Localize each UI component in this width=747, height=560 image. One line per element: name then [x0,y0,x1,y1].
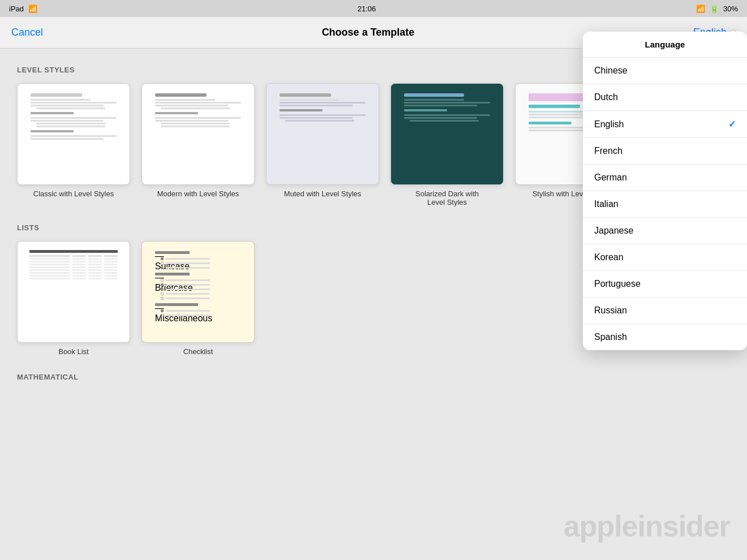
device-label: iPad [9,5,24,13]
template-thumb-checklist: — Suitcase — Briefcase [141,241,255,343]
battery-percent: 30% [723,5,738,13]
language-item-spanish[interactable]: Spanish [583,324,747,350]
template-classic-level[interactable]: Classic with Level Styles [17,83,130,206]
template-muted-level[interactable]: Muted with Level Styles [266,83,379,206]
template-thumb-solarized [390,83,504,185]
dropdown-header: Language [583,32,747,58]
template-solarized-dark[interactable]: Solarized Dark withLevel Styles [390,83,504,206]
battery-icon: 🔋 [710,5,719,13]
language-label-japanese: Japanese [594,226,633,236]
language-item-french[interactable]: French [583,138,747,165]
selected-checkmark: ✓ [728,119,736,130]
template-label-solarized: Solarized Dark withLevel Styles [415,189,479,206]
language-item-russian[interactable]: Russian [583,298,747,324]
template-label-muted: Muted with Level Styles [284,189,362,198]
status-time: 21:06 [358,5,376,13]
template-thumb-classic [17,83,130,185]
bluetooth-icon: 📶 [696,5,705,13]
language-label-spanish: Spanish [594,332,627,342]
language-item-portuguese[interactable]: Portuguese [583,271,747,298]
status-right: 📶 🔋 30% [696,5,738,13]
language-label-italian: Italian [594,199,619,209]
cancel-button[interactable]: Cancel [11,27,43,38]
template-label-book: Book List [58,347,88,356]
language-label-dutch: Dutch [594,92,618,102]
language-label-russian: Russian [594,305,627,316]
status-left: iPad 📶 [9,5,37,13]
template-thumb-modern [141,83,255,185]
language-label-portuguese: Portuguese [594,279,641,289]
template-thumb-muted [266,83,379,185]
language-label-chinese: Chinese [594,66,628,76]
language-item-japanese[interactable]: Japanese [583,218,747,244]
language-item-korean[interactable]: Korean [583,244,747,271]
language-label-german: German [594,173,627,183]
language-dropdown[interactable]: Language Chinese Dutch English ✓ French … [583,32,747,350]
template-checklist[interactable]: — Suitcase — Briefcase [141,241,255,356]
template-label-checklist: Checklist [183,347,213,356]
language-item-dutch[interactable]: Dutch [583,84,747,111]
template-modern-level[interactable]: Modern with Level Styles [141,83,255,206]
mathematical-header: MATHEMATICAL [17,373,730,381]
template-label-classic: Classic with Level Styles [33,189,114,198]
template-label-modern: Modern with Level Styles [157,189,239,198]
watermark: appleinsider [564,509,730,543]
template-book-list[interactable]: Book List [17,241,130,356]
status-bar: iPad 📶 21:06 📶 🔋 30% [0,0,747,17]
template-thumb-book [17,241,130,343]
page-title: Choose a Template [322,27,415,38]
wifi-icon: 📶 [28,5,37,13]
language-item-chinese[interactable]: Chinese [583,58,747,84]
language-label-korean: Korean [594,252,624,262]
language-item-english[interactable]: English ✓ [583,111,747,138]
language-item-italian[interactable]: Italian [583,191,747,218]
language-label-french: French [594,146,622,156]
language-item-german[interactable]: German [583,165,747,191]
language-label-english: English [594,119,624,130]
